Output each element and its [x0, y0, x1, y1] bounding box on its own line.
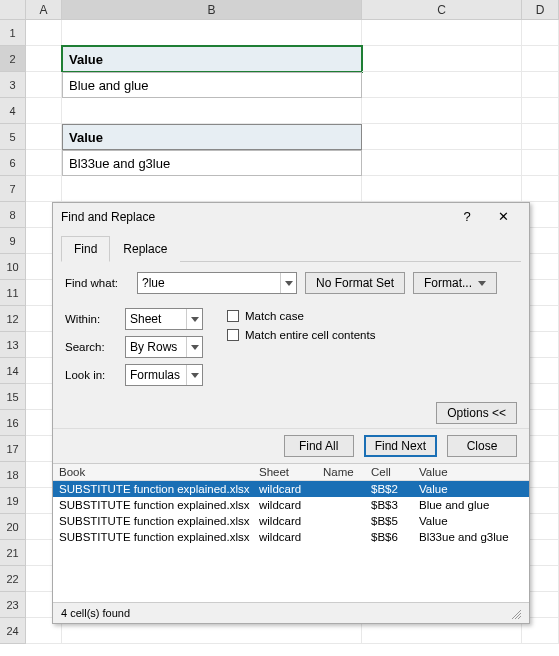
row-header[interactable]: 10	[0, 254, 26, 280]
row-header[interactable]: 3	[0, 72, 26, 98]
lookin-dropdown[interactable]	[186, 365, 202, 385]
cell[interactable]	[26, 176, 62, 202]
cell[interactable]	[26, 98, 62, 124]
row-header[interactable]: 4	[0, 98, 26, 124]
cell[interactable]	[522, 72, 559, 98]
row-header[interactable]: 19	[0, 488, 26, 514]
col-cell[interactable]: Cell	[371, 466, 419, 478]
cell[interactable]	[362, 72, 522, 98]
cell[interactable]	[62, 98, 362, 124]
search-select[interactable]	[126, 337, 186, 357]
cell[interactable]	[362, 150, 522, 176]
cell[interactable]	[26, 72, 62, 98]
cell[interactable]	[362, 46, 522, 72]
close-window-button[interactable]: ✕	[485, 203, 521, 231]
row-header[interactable]: 5	[0, 124, 26, 150]
cell[interactable]	[26, 20, 62, 46]
help-button[interactable]: ?	[449, 203, 485, 231]
match-entire-checkbox[interactable]: Match entire cell contents	[227, 329, 375, 341]
dialog-titlebar[interactable]: Find and Replace ? ✕	[53, 203, 529, 231]
col-value[interactable]: Value	[419, 466, 523, 478]
row-header[interactable]: 24	[0, 618, 26, 644]
row-header[interactable]: 13	[0, 332, 26, 358]
find-next-button[interactable]: Find Next	[364, 435, 437, 457]
row-header[interactable]: 15	[0, 384, 26, 410]
row-header[interactable]: 6	[0, 150, 26, 176]
format-button[interactable]: Format...	[413, 272, 497, 294]
result-row[interactable]: SUBSTITUTE function explained.xlsxwildca…	[53, 513, 529, 529]
col-header-a[interactable]: A	[26, 0, 62, 19]
col-header-d[interactable]: D	[522, 0, 559, 19]
result-row[interactable]: SUBSTITUTE function explained.xlsxwildca…	[53, 529, 529, 545]
row-header[interactable]: 11	[0, 280, 26, 306]
cell[interactable]	[522, 176, 559, 202]
close-button[interactable]: Close	[447, 435, 517, 457]
row-header[interactable]: 20	[0, 514, 26, 540]
row-header[interactable]: 14	[0, 358, 26, 384]
row-header[interactable]: 17	[0, 436, 26, 462]
find-what-input[interactable]	[138, 273, 280, 293]
tab-replace[interactable]: Replace	[110, 236, 180, 262]
results-list[interactable]: Book Sheet Name Cell Value SUBSTITUTE fu…	[53, 463, 529, 602]
match-case-checkbox[interactable]: Match case	[227, 310, 375, 322]
cell[interactable]	[26, 124, 62, 150]
row-header[interactable]: 21	[0, 540, 26, 566]
row-header[interactable]: 23	[0, 592, 26, 618]
cell[interactable]	[522, 46, 559, 72]
col-header-c[interactable]: C	[362, 0, 522, 19]
row-header[interactable]: 8	[0, 202, 26, 228]
result-sheet: wildcard	[259, 515, 323, 527]
row-header[interactable]: 1	[0, 20, 26, 46]
cell[interactable]	[522, 20, 559, 46]
select-all-corner[interactable]	[0, 0, 26, 19]
cell[interactable]	[522, 124, 559, 150]
result-sheet: wildcard	[259, 531, 323, 543]
within-select[interactable]	[126, 309, 186, 329]
search-dropdown[interactable]	[186, 337, 202, 357]
cell[interactable]	[362, 20, 522, 46]
tab-strip: Find Replace	[61, 235, 521, 262]
row-header[interactable]: 16	[0, 410, 26, 436]
row-header[interactable]: 7	[0, 176, 26, 202]
col-header-b[interactable]: B	[62, 0, 362, 19]
cell[interactable]	[522, 98, 559, 124]
checkbox-icon	[227, 329, 239, 341]
cell[interactable]	[362, 176, 522, 202]
row-header[interactable]: 22	[0, 566, 26, 592]
cell[interactable]	[522, 150, 559, 176]
cell[interactable]	[26, 150, 62, 176]
col-book[interactable]: Book	[59, 466, 259, 478]
dialog-title: Find and Replace	[61, 210, 449, 224]
cell[interactable]	[62, 176, 362, 202]
row-header[interactable]: 2	[0, 46, 26, 72]
cell[interactable]	[26, 46, 62, 72]
col-name[interactable]: Name	[323, 466, 371, 478]
grid-row: 2Value	[0, 46, 559, 72]
within-dropdown[interactable]	[186, 309, 202, 329]
find-all-button[interactable]: Find All	[284, 435, 354, 457]
find-what-dropdown[interactable]	[280, 273, 296, 293]
cell[interactable]	[362, 98, 522, 124]
cell[interactable]: Value	[62, 124, 362, 150]
cell[interactable]: Value	[62, 46, 362, 72]
cell[interactable]: Blue and glue	[62, 72, 362, 98]
row-header[interactable]: 18	[0, 462, 26, 488]
options-button[interactable]: Options <<	[436, 402, 517, 424]
result-cell: $B$5	[371, 515, 419, 527]
col-sheet[interactable]: Sheet	[259, 466, 323, 478]
result-name	[323, 515, 371, 527]
result-row[interactable]: SUBSTITUTE function explained.xlsxwildca…	[53, 497, 529, 513]
cell[interactable]: Bl33ue and g3lue	[62, 150, 362, 176]
cell[interactable]	[62, 20, 362, 46]
lookin-select[interactable]	[126, 365, 186, 385]
cell[interactable]	[362, 124, 522, 150]
chevron-down-icon	[191, 345, 199, 350]
column-headers: A B C D	[0, 0, 559, 20]
tab-find[interactable]: Find	[61, 236, 110, 262]
resize-grip-icon[interactable]	[509, 607, 521, 619]
row-header[interactable]: 12	[0, 306, 26, 332]
no-format-button[interactable]: No Format Set	[305, 272, 405, 294]
result-row[interactable]: SUBSTITUTE function explained.xlsxwildca…	[53, 481, 529, 497]
status-bar: 4 cell(s) found	[53, 602, 529, 623]
row-header[interactable]: 9	[0, 228, 26, 254]
